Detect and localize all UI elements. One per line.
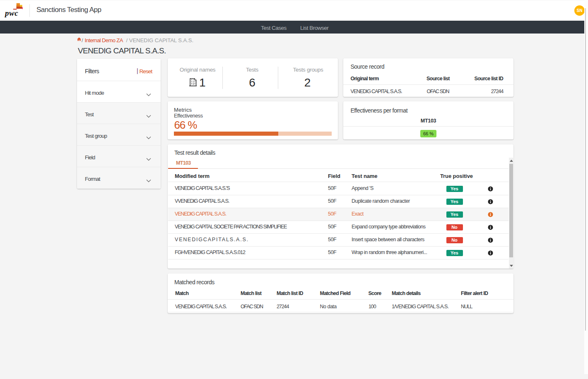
svg-text:pwc: pwc bbox=[4, 9, 18, 17]
